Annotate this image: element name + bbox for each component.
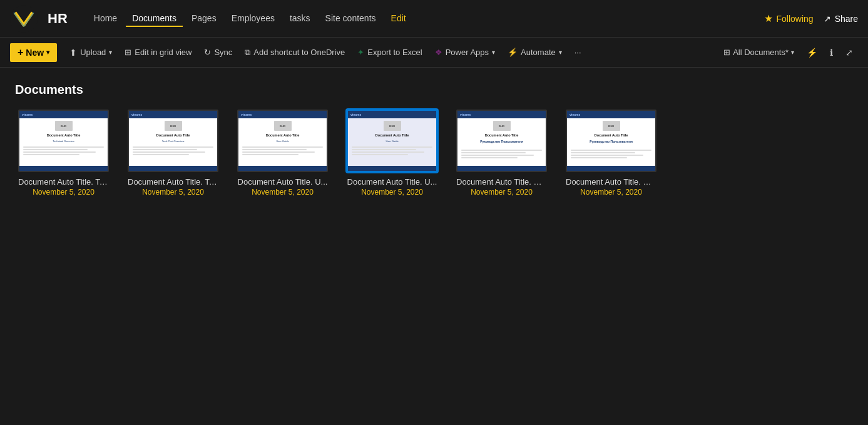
toolbar-right: ⊞ All Documents* ▾ ⚡ ℹ ⤢ [718,45,858,60]
upload-label: Upload [80,48,106,57]
thumb-line [352,146,432,148]
automate-chevron-icon: ▾ [559,49,562,56]
document-name: Document Auto Title. U... [237,177,328,187]
main-content: Documents vteams IX-ID Document Auto Tit… [0,68,868,212]
thumb-badge: IX-ID [55,121,73,131]
section-title: Documents [15,83,853,97]
thumb-line [133,146,213,148]
share-button[interactable]: ↗ Share [824,14,858,24]
edit-grid-button[interactable]: ⊞ Edit in grid view [120,45,197,59]
upload-button[interactable]: ⬆ Upload ▾ [64,45,117,60]
thumb-lines [352,146,432,156]
filter-button[interactable]: ⚡ [802,45,822,60]
upload-chevron-icon: ▾ [109,49,112,56]
info-button[interactable]: ℹ [825,45,838,60]
thumb-logo: vteams [569,113,580,116]
thumb-line [461,157,518,158]
site-logo[interactable] [10,5,38,33]
thumb-body: IX-ID Document Auto Title Руководство По… [567,118,655,166]
document-name: Document Auto Title. Ру... [456,177,547,187]
document-item[interactable]: vteams IX-ID Document Auto Title Руковод… [563,110,660,197]
document-item[interactable]: vteams IX-ID Document Auto Title Technic… [15,110,112,197]
document-item[interactable]: vteams IX-ID Document Auto Title User Gu… [234,110,331,197]
star-icon: ★ [764,13,773,24]
thumb-logo: vteams [22,113,33,116]
thumb-footer [457,166,546,171]
document-thumbnail: vteams IX-ID Document Auto Title Technic… [18,110,109,172]
following-label: Following [777,14,814,24]
power-apps-label: Power Apps [446,48,489,57]
thumb-line [242,149,307,150]
power-apps-icon: ❖ [435,48,442,57]
nav-home[interactable]: Home [88,11,123,27]
nav-employees[interactable]: Employees [225,11,281,27]
thumb-title: Document Auto Title [595,133,628,138]
export-button[interactable]: ✦ Export to Excel [352,45,427,59]
nav-documents[interactable]: Documents [126,11,183,27]
top-bar: HR Home Documents Pages Employees tasks … [0,0,868,38]
document-thumbnail: vteams IX-ID Document Auto Title User Gu… [237,110,328,172]
thumb-title: Document Auto Title [156,133,190,138]
thumb-badge: IX-ID [384,121,401,131]
thumb-title: Document Auto Title [375,133,409,138]
thumb-title: Document Auto Title [47,133,80,138]
more-button[interactable]: ··· [569,45,586,59]
thumb-badge: IX-ID [493,121,511,131]
thumb-line [352,151,424,153]
thumb-line [571,155,643,156]
thumb-logo: vteams [131,113,142,116]
nav-edit[interactable]: Edit [385,11,412,27]
automate-button[interactable]: ⚡ Automate ▾ [503,45,567,59]
new-chevron-icon: ▾ [46,49,49,56]
excel-icon: ✦ [357,48,364,57]
thumb-logo: vteams [241,113,252,116]
thumb-line [133,149,197,150]
thumb-badge-text: IX-ID [389,125,395,128]
document-thumbnail: vteams IX-ID Document Auto Title Руковод… [456,110,547,172]
following-button[interactable]: ★ Following [764,13,814,24]
thumb-header: vteams [348,111,436,118]
share-icon: ↗ [824,14,831,24]
shortcut-label: Add shortcut to OneDrive [253,48,345,57]
edit-grid-label: Edit in grid view [135,48,191,57]
nav-pages[interactable]: Pages [185,11,223,27]
document-item[interactable]: vteams IX-ID Document Auto Title Руковод… [453,110,550,197]
power-apps-button[interactable]: ❖ Power Apps ▾ [430,45,500,59]
shortcut-icon: ⧉ [245,48,250,58]
document-date: November 5, 2020 [252,188,314,197]
automate-label: Automate [521,48,556,57]
site-title: HR [48,11,68,27]
svg-point-0 [10,5,38,33]
thumb-badge-text: IX-ID [608,125,614,128]
nav-site-contents[interactable]: Site contents [319,11,382,27]
nav-tasks[interactable]: tasks [283,11,317,27]
new-label: New [26,48,44,58]
thumb-badge: IX-ID [603,121,620,131]
thumb-lines [571,150,651,160]
main-nav: Home Documents Pages Employees tasks Sit… [88,11,412,27]
sync-button[interactable]: ↻ Sync [199,45,237,59]
document-name: Document Auto Title. Te... [18,177,109,187]
document-item[interactable]: vteams IX-ID Document Auto Title User Gu… [344,110,441,197]
thumb-line [571,150,651,151]
shortcut-button[interactable]: ⧉ Add shortcut to OneDrive [240,45,350,60]
all-docs-button[interactable]: ⊞ All Documents* ▾ [718,45,799,59]
thumb-body: IX-ID Document Auto Title User Guide [348,118,436,166]
thumb-line [461,150,542,151]
thumb-body: IX-ID Document Auto Title Technical Over… [19,118,108,166]
export-label: Export to Excel [367,48,422,57]
thumb-lines [461,150,542,160]
thumb-line [23,146,104,148]
filter-icon: ⚡ [807,48,817,58]
automate-icon: ⚡ [508,48,518,57]
document-name: Document Auto Title. Ру... [566,177,656,187]
upload-icon: ⬆ [69,48,77,58]
thumb-line [23,154,79,155]
expand-button[interactable]: ⤢ [840,45,858,60]
grid-icon: ⊞ [125,48,131,57]
top-bar-left: HR Home Documents Pages Employees tasks … [10,5,412,33]
new-button[interactable]: + New ▾ [10,43,57,62]
document-name: Document Auto Title. U... [347,177,437,187]
thumb-lines [242,146,323,156]
document-item[interactable]: vteams IX-ID Document Auto Title Tech-Po… [125,110,222,197]
